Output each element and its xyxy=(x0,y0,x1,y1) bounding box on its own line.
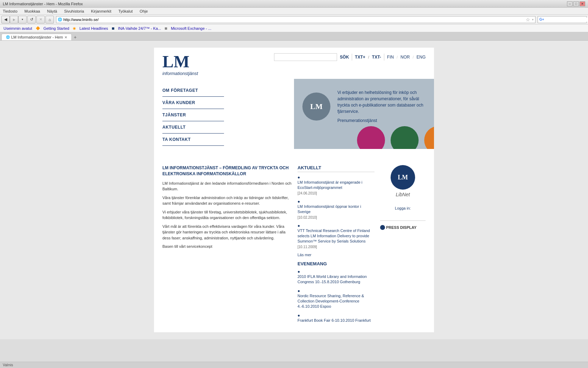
bullet-3: ● xyxy=(298,223,300,228)
event-bullet-2: ● xyxy=(298,288,300,293)
para-4: Vårt mål är att förenkla och effektivise… xyxy=(162,224,292,241)
minimize-button[interactable]: ─ xyxy=(567,1,573,6)
news-link-1[interactable]: LM Informationstjänst är engagerade i Ec… xyxy=(298,180,374,191)
close-button[interactable]: ✕ xyxy=(580,1,585,6)
event-item-3: ● Frankfurt Book Fair 6-10.10.2010 Frank… xyxy=(298,313,374,323)
tab-favicon: 🌐 xyxy=(6,35,10,39)
search-button[interactable]: SÖK xyxy=(340,55,349,60)
press-display-text: PRESS DISPLAY xyxy=(386,225,416,230)
main-col-right: LM LibNet Logga in: PRESS DISPLAY xyxy=(380,165,426,327)
nav-item-kontakt: TA KONTAKT xyxy=(162,134,224,146)
main-heading: LM INFORMATIONSTJÄNST – FÖRMEDLING AV TR… xyxy=(162,165,292,177)
google-g-icon: G+ xyxy=(539,18,544,21)
libnet-logo-text: LM xyxy=(398,174,408,181)
event-link-2[interactable]: Nordic Resource Sharing, Reference & Col… xyxy=(298,293,374,309)
menu-sivuhistoria[interactable]: Sivuhistoria xyxy=(63,8,85,14)
site-search-input[interactable] xyxy=(274,53,337,61)
bookmark-ina[interactable]: INA-Vaihde 24/7™ - Ka... xyxy=(116,26,163,31)
forward-button[interactable]: ▶ xyxy=(10,16,18,23)
menu-tiedosto[interactable]: Tiedosto xyxy=(1,8,19,14)
lang-fin-button[interactable]: FIN xyxy=(387,55,394,60)
google-search-input[interactable] xyxy=(544,18,588,22)
bookmark-ina-icon: ◼ xyxy=(112,26,114,30)
bookmarks-bar: Useimmin avatut 🔶 Getting Started ◉ Late… xyxy=(0,25,588,32)
event-link-3[interactable]: Frankfurt Book Fair 6-10.10.2010 Frankfu… xyxy=(298,318,374,323)
status-text: Valmis xyxy=(3,363,13,367)
history-dropdown[interactable]: ▾ xyxy=(18,16,27,23)
banner-logo: LM xyxy=(302,93,330,121)
nav-link-kontakt[interactable]: TA KONTAKT xyxy=(162,134,224,145)
menu-tyokalut[interactable]: Työkalut xyxy=(117,8,134,14)
header-controls: SÖK TXT+ / TXT- FIN / NOR / ENG xyxy=(274,53,426,61)
libnet-name: LibNet xyxy=(396,192,410,197)
banner-text: Vi erbjuder en helhetslösning för inköp … xyxy=(337,89,426,124)
menu-muokkaa[interactable]: Muokkaa xyxy=(23,8,42,14)
press-display-logo: PRESS DISPLAY xyxy=(380,225,426,230)
banner-circles xyxy=(357,126,434,149)
circle-orange xyxy=(424,126,434,149)
txt-minus-button[interactable]: TXT- xyxy=(372,55,381,60)
read-more-link[interactable]: Läs mer xyxy=(298,253,374,257)
lang-eng-button[interactable]: ENG xyxy=(416,55,426,60)
tab-close-button[interactable]: ✕ xyxy=(64,35,67,39)
main-col-left: LM INFORMATIONSTJÄNST – FÖRMEDLING AV TR… xyxy=(162,165,292,327)
site-tagline: informationstjänst xyxy=(162,71,198,76)
para-5: Basen till vårt servicekoncept xyxy=(162,244,292,250)
active-tab[interactable]: 🌐 LM Informationstjänster - Hem ✕ xyxy=(1,34,72,40)
para-1: LM Informationstjänst är den ledande inf… xyxy=(162,180,292,192)
nav-item-om: OM FÖRETAGET xyxy=(162,84,224,97)
login-area: Logga in: xyxy=(395,206,411,211)
news-link-2[interactable]: LM Informationstjänst öppnar kontor i Sv… xyxy=(298,204,374,215)
txt-separator: / xyxy=(368,55,369,59)
nav-item-aktuellt: AKTUELLT xyxy=(162,121,224,134)
menu-kirjanmerkit[interactable]: Kirjanmerkit xyxy=(90,8,113,14)
login-link[interactable]: Logga in: xyxy=(395,206,411,210)
bookmark-separator-1: 🔶 xyxy=(36,26,40,30)
window-controls[interactable]: ─ □ ✕ xyxy=(567,1,585,6)
para-2: Våra tjänster förenklar administration o… xyxy=(162,195,292,206)
nav-link-om[interactable]: OM FÖRETAGET xyxy=(162,84,224,96)
news-date-1: [24.06.2010] xyxy=(298,191,317,195)
rss-icon: ◉ xyxy=(73,26,76,30)
txt-plus-button[interactable]: TXT+ xyxy=(355,55,365,60)
event-bullet-1: ● xyxy=(298,269,300,274)
nav-link-vara[interactable]: VÅRA KUNDER xyxy=(162,97,224,109)
url-input[interactable] xyxy=(63,18,524,22)
dropdown-arrow-icon[interactable]: ▾ xyxy=(532,18,534,21)
back-button[interactable]: ◀ xyxy=(1,16,10,23)
event-link-1[interactable]: 2010 IFLA World Library and Information … xyxy=(298,274,374,285)
nav-bar: ◀ ▶ ▾ ↺ ✕ ⌂ 🌐 ☆ ▾ G+ 🔍 xyxy=(0,15,588,25)
banner-description: Vi erbjuder en helhetslösning för inköp … xyxy=(337,89,426,115)
banner-label: Prenumerationstjänst xyxy=(337,117,426,124)
back-forward-group: ◀ ▶ ▾ xyxy=(1,16,27,23)
title-bar: LM Informationstjänster - Hem - Mozilla … xyxy=(0,0,588,8)
refresh-button[interactable]: ↺ xyxy=(27,16,36,23)
new-tab-button[interactable]: + xyxy=(72,34,79,40)
bookmark-getting-started[interactable]: Getting Started xyxy=(41,26,71,31)
divider-2 xyxy=(384,54,384,61)
lock-icon: 🌐 xyxy=(58,18,62,21)
address-bar: 🌐 ☆ ▾ xyxy=(56,16,536,23)
home-button[interactable]: ⌂ xyxy=(46,16,54,23)
aktuellt-heading: AKTUELLT xyxy=(298,165,374,172)
press-display-area: PRESS DISPLAY xyxy=(380,220,426,230)
bookmark-ms-icon: ◼ xyxy=(164,26,167,30)
news-link-3[interactable]: VTT Technical Research Centre of Finland… xyxy=(298,228,374,244)
event-item-1: ● 2010 IFLA World Library and Informatio… xyxy=(298,269,374,285)
circle-green xyxy=(391,126,419,149)
bookmark-useimmin[interactable]: Useimmin avatut xyxy=(1,26,34,31)
nav-link-aktuellt[interactable]: AKTUELLT xyxy=(162,121,224,133)
page-container: LM informationstjänst SÖK TXT+ / TXT- FI… xyxy=(154,48,434,332)
stop-button[interactable]: ✕ xyxy=(36,16,45,23)
menu-nayta[interactable]: Näytä xyxy=(46,8,58,14)
nav-link-tjanster[interactable]: TJÄNSTER xyxy=(162,109,224,121)
evenemang-heading: EVENEMANG xyxy=(298,261,374,266)
bookmark-star-icon[interactable]: ☆ xyxy=(524,17,531,22)
menu-ohje[interactable]: Ohje xyxy=(138,8,149,14)
lang-nor-button[interactable]: NOR xyxy=(400,55,410,60)
maximize-button[interactable]: □ xyxy=(573,1,579,6)
bookmark-latest-headlines[interactable]: Latest Headlines xyxy=(77,26,110,31)
lang-sep-1: / xyxy=(397,55,398,59)
bookmark-ms-exchange[interactable]: Microsoft Exchange - ... xyxy=(169,26,214,31)
site-logo[interactable]: LM xyxy=(162,53,198,70)
